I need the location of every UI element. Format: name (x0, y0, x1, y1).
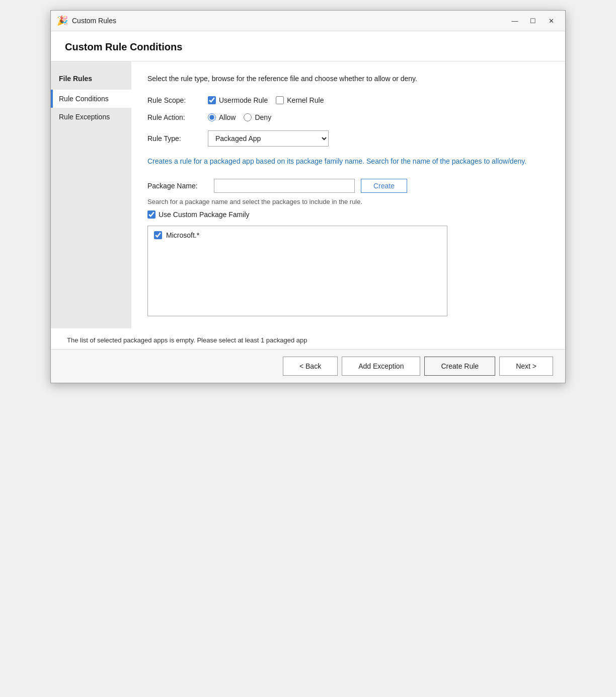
minimize-button[interactable]: — (507, 15, 523, 27)
rule-action-row: Rule Action: Allow Deny (147, 113, 549, 121)
rule-type-row: Rule Type: Publisher Path File Hash Pack… (147, 130, 549, 147)
sidebar-item-rule-exceptions[interactable]: Rule Exceptions (51, 108, 131, 126)
deny-radio[interactable] (244, 113, 252, 121)
add-exception-button[interactable]: Add Exception (342, 357, 420, 376)
use-custom-package-family-checkbox[interactable] (147, 211, 156, 219)
kernel-rule-checkbox-group[interactable]: Kernel Rule (276, 96, 324, 104)
create-button[interactable]: Create (361, 179, 407, 193)
kernel-rule-label: Kernel Rule (287, 96, 324, 104)
back-button[interactable]: < Back (283, 357, 338, 376)
package-name-row: Package Name: Create (147, 179, 549, 193)
title-bar-controls: — ☐ ✕ (507, 15, 559, 27)
bottom-status: The list of selected packaged apps is em… (51, 328, 565, 349)
use-custom-package-family-checkbox-group[interactable]: Use Custom Package Family (147, 211, 250, 219)
packages-list: Microsoft.* (147, 226, 447, 316)
title-bar-left: 🎉 Custom Rules (57, 15, 116, 26)
rule-scope-controls: Usermode Rule Kernel Rule (208, 96, 324, 104)
usermode-rule-checkbox[interactable] (208, 96, 216, 104)
rule-action-controls: Allow Deny (208, 113, 271, 121)
main-panel: Select the rule type, browse for the ref… (131, 61, 565, 328)
package-name-label: Package Name: (147, 182, 208, 190)
list-item: Microsoft.* (152, 230, 443, 240)
page-header: Custom Rule Conditions (51, 31, 565, 61)
rule-type-controls: Publisher Path File Hash Packaged App (208, 130, 329, 147)
package-item-name-0: Microsoft.* (166, 231, 199, 239)
app-icon: 🎉 (57, 15, 68, 26)
package-name-input[interactable] (214, 179, 355, 193)
usermode-rule-checkbox-group[interactable]: Usermode Rule (208, 96, 268, 104)
deny-radio-group[interactable]: Deny (244, 113, 271, 121)
title-bar: 🎉 Custom Rules — ☐ ✕ (51, 11, 565, 31)
sidebar-item-label-rule-exceptions: Rule Exceptions (59, 113, 110, 121)
page-title: Custom Rule Conditions (65, 41, 551, 53)
sidebar-item-label-rule-conditions: Rule Conditions (59, 95, 109, 103)
main-window: 🎉 Custom Rules — ☐ ✕ Custom Rule Conditi… (50, 10, 566, 383)
rule-type-label: Rule Type: (147, 134, 208, 143)
title-bar-title: Custom Rules (72, 17, 116, 25)
use-custom-package-family-label: Use Custom Package Family (159, 211, 250, 219)
allow-radio[interactable] (208, 113, 216, 121)
deny-label: Deny (255, 113, 271, 121)
status-text: The list of selected packaged apps is em… (67, 336, 307, 344)
rule-scope-label: Rule Scope: (147, 96, 208, 104)
info-text: Creates a rule for a packaged app based … (147, 156, 549, 167)
use-custom-package-family-row: Use Custom Package Family (147, 211, 549, 219)
content-area: File Rules Rule Conditions Rule Exceptio… (51, 61, 565, 328)
package-item-checkbox-0[interactable] (154, 231, 162, 239)
allow-radio-group[interactable]: Allow (208, 113, 236, 121)
next-button[interactable]: Next > (499, 357, 553, 376)
sidebar: File Rules Rule Conditions Rule Exceptio… (51, 61, 131, 328)
kernel-rule-checkbox[interactable] (276, 96, 284, 104)
maximize-button[interactable]: ☐ (525, 15, 541, 27)
sidebar-section-label: File Rules (51, 69, 131, 90)
close-button[interactable]: ✕ (543, 15, 559, 27)
footer: < Back Add Exception Create Rule Next > (51, 349, 565, 383)
usermode-rule-label: Usermode Rule (219, 96, 268, 104)
sidebar-item-rule-conditions[interactable]: Rule Conditions (51, 90, 131, 108)
create-rule-button[interactable]: Create Rule (424, 357, 495, 376)
search-hint: Search for a package name and select the… (147, 198, 549, 205)
rule-type-select[interactable]: Publisher Path File Hash Packaged App (208, 130, 329, 147)
allow-label: Allow (219, 113, 236, 121)
main-description: Select the rule type, browse for the ref… (147, 74, 549, 84)
rule-scope-row: Rule Scope: Usermode Rule Kernel Rule (147, 96, 549, 104)
rule-action-label: Rule Action: (147, 113, 208, 121)
